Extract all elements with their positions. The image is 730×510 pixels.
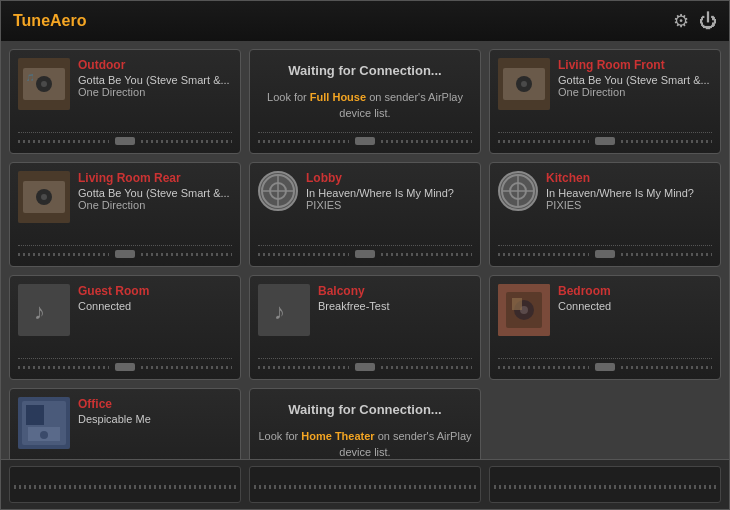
svg-point-3 — [41, 81, 47, 87]
waiting-highlight-1: Full House — [310, 91, 366, 103]
balcony-name: Balcony — [318, 284, 472, 298]
title-bar: TuneAero ⚙ ⏻ — [1, 1, 729, 41]
card-bedroom[interactable]: Bedroom Connected — [489, 275, 721, 380]
svg-text:♪: ♪ — [274, 299, 285, 324]
lrf-art — [498, 58, 550, 110]
svg-text:🎵: 🎵 — [26, 73, 35, 82]
waiting-title-2: Waiting for Connection... — [288, 402, 441, 417]
card-living-room-front[interactable]: Living Room Front Gotta Be You (Steve Sm… — [489, 49, 721, 154]
balcony-info: Balcony Breakfree-Test — [318, 284, 472, 312]
lobby-slider[interactable] — [258, 245, 472, 258]
lrr-info: Living Room Rear Gotta Be You (Steve Sma… — [78, 171, 232, 211]
gear-icon[interactable]: ⚙ — [673, 10, 689, 32]
bedroom-info: Bedroom Connected — [558, 284, 712, 312]
guest-room-info: Guest Room Connected — [78, 284, 232, 312]
card-kitchen[interactable]: Kitchen In Heaven/Where Is My Mind? PIXI… — [489, 162, 721, 267]
main-content: 🎵 Outdoor Gotta Be You (Steve Smart &...… — [1, 41, 729, 459]
app-title: TuneAero — [13, 12, 86, 30]
outdoor-info: Outdoor Gotta Be You (Steve Smart &... O… — [78, 58, 232, 98]
kitchen-track: In Heaven/Where Is My Mind? — [546, 187, 712, 199]
card-office[interactable]: Office Despicable Me — [9, 388, 241, 459]
kitchen-slider[interactable] — [498, 245, 712, 258]
outdoor-name: Outdoor — [78, 58, 232, 72]
outdoor-track: Gotta Be You (Steve Smart &... — [78, 74, 232, 86]
guest-room-name: Guest Room — [78, 284, 232, 298]
balcony-icon: ♪ — [258, 284, 310, 336]
kitchen-icon — [498, 171, 538, 211]
title-icons: ⚙ ⏻ — [673, 10, 717, 32]
waiting-desc-1: Look for Full House on sender's AirPlay … — [258, 90, 472, 121]
svg-text:♪: ♪ — [34, 299, 45, 324]
bottom-card-1 — [9, 466, 241, 503]
lrr-artist: One Direction — [78, 199, 232, 211]
office-art — [18, 397, 70, 449]
kitchen-info: Kitchen In Heaven/Where Is My Mind? PIXI… — [546, 171, 712, 211]
card-balcony[interactable]: ♪ Balcony Breakfree-Test — [249, 275, 481, 380]
bottom-strip — [1, 459, 729, 509]
waiting-desc-2: Look for Home Theater on sender's AirPla… — [258, 429, 472, 459]
bedroom-name: Bedroom — [558, 284, 712, 298]
card-waiting-fullhouse[interactable]: Waiting for Connection... Look for Full … — [249, 49, 481, 154]
lobby-info: Lobby In Heaven/Where Is My Mind? PIXIES — [306, 171, 472, 211]
card-lobby[interactable]: Lobby In Heaven/Where Is My Mind? PIXIES — [249, 162, 481, 267]
office-track: Despicable Me — [78, 413, 232, 425]
bedroom-status: Connected — [558, 300, 712, 312]
svg-point-8 — [521, 81, 527, 87]
card-grid: 🎵 Outdoor Gotta Be You (Steve Smart &...… — [9, 49, 721, 459]
power-icon[interactable]: ⏻ — [699, 11, 717, 32]
bottom-card-2 — [249, 466, 481, 503]
outdoor-artist: One Direction — [78, 86, 232, 98]
guest-room-status: Connected — [78, 300, 232, 312]
svg-point-32 — [40, 431, 48, 439]
lobby-icon — [258, 171, 298, 211]
lrr-slider[interactable] — [18, 245, 232, 258]
office-info: Office Despicable Me — [78, 397, 232, 425]
waiting-title-1: Waiting for Connection... — [288, 63, 441, 78]
kitchen-artist: PIXIES — [546, 199, 712, 211]
outdoor-slider[interactable] — [18, 132, 232, 145]
bedroom-art — [498, 284, 550, 336]
lrf-slider[interactable] — [498, 132, 712, 145]
card-outdoor[interactable]: 🎵 Outdoor Gotta Be You (Steve Smart &...… — [9, 49, 241, 154]
lobby-artist: PIXIES — [306, 199, 472, 211]
kitchen-name: Kitchen — [546, 171, 712, 185]
outdoor-art: 🎵 — [18, 58, 70, 110]
lrf-artist: One Direction — [558, 86, 712, 98]
lrr-art — [18, 171, 70, 223]
svg-rect-30 — [26, 405, 44, 425]
card-waiting-hometheater[interactable]: Waiting for Connection... Look for Home … — [249, 388, 481, 459]
balcony-track: Breakfree-Test — [318, 300, 472, 312]
svg-point-12 — [41, 194, 47, 200]
waiting1-slider[interactable] — [258, 132, 472, 145]
app-window: TuneAero ⚙ ⏻ 🎵 Outdoor Gotta Be You (Ste… — [0, 0, 730, 510]
bedroom-slider[interactable] — [498, 358, 712, 371]
guest-room-slider[interactable] — [18, 358, 232, 371]
lrr-track: Gotta Be You (Steve Smart &... — [78, 187, 232, 199]
lrf-name: Living Room Front — [558, 58, 712, 72]
lobby-name: Lobby — [306, 171, 472, 185]
guest-room-icon: ♪ — [18, 284, 70, 336]
office-name: Office — [78, 397, 232, 411]
card-guest-room[interactable]: ♪ Guest Room Connected — [9, 275, 241, 380]
card-living-room-rear[interactable]: Living Room Rear Gotta Be You (Steve Sma… — [9, 162, 241, 267]
lrr-name: Living Room Rear — [78, 171, 232, 185]
bottom-card-3 — [489, 466, 721, 503]
lrf-track: Gotta Be You (Steve Smart &... — [558, 74, 712, 86]
lobby-track: In Heaven/Where Is My Mind? — [306, 187, 472, 199]
balcony-slider[interactable] — [258, 358, 472, 371]
lrf-info: Living Room Front Gotta Be You (Steve Sm… — [558, 58, 712, 98]
svg-rect-27 — [512, 298, 522, 310]
waiting-highlight-2: Home Theater — [301, 430, 374, 442]
